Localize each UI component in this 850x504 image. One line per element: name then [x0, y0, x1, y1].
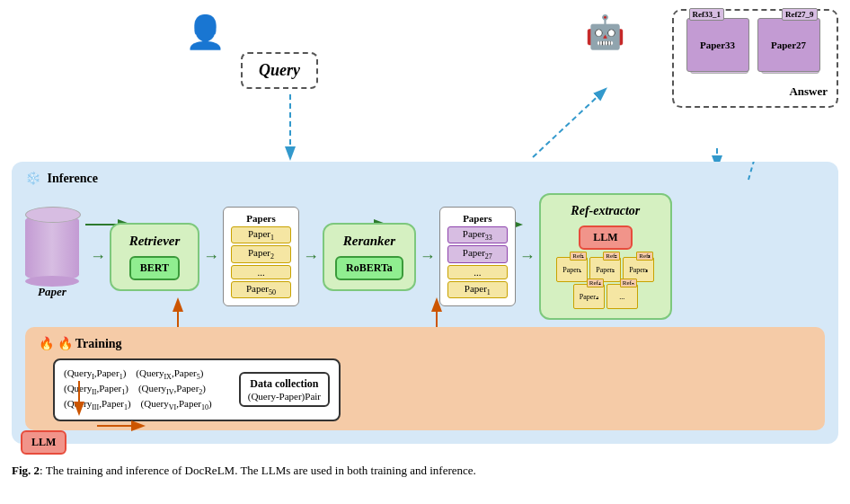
pair-row-3: (QueryIII,Paper1) (QueryVI,Paper10)	[64, 398, 221, 411]
answer-area: Ref33_1 Paper33 Ref27_9 Paper27 Answer	[672, 9, 838, 108]
ref33-tab: Ref33_1	[689, 8, 725, 21]
ref-tab-1: Ref₁	[570, 252, 587, 261]
inference-text: Inference	[48, 172, 99, 185]
bert-badge: BERT	[129, 256, 180, 280]
pair-row-1: (QueryI,Paper1) (QueryIX,Paper5)	[64, 367, 221, 381]
training-row: (QueryI,Paper1) (QueryIX,Paper5) (QueryI…	[39, 358, 811, 421]
paper-item-2: Paper2	[231, 245, 291, 262]
papers-list-title: Papers	[231, 213, 291, 224]
svg-line-1	[533, 90, 605, 157]
training-data-box: (QueryI,Paper1) (QueryIX,Paper5) (QueryI…	[53, 358, 341, 421]
paper-item-50: Paper50	[231, 281, 291, 298]
caption-text: : The training and inference of DocReLM.…	[40, 464, 476, 477]
pair-row-2: (QueryII,Paper1) (QueryIV,Paper2)	[64, 383, 221, 396]
caption: Fig. 2: The training and inference of Do…	[12, 464, 838, 478]
answer-label: Answer	[683, 84, 828, 99]
retriever-box: Retriever BERT	[110, 223, 199, 291]
cylinder-shape	[25, 214, 79, 281]
llm-left-box: LLM	[21, 430, 66, 455]
reranker-title: Reranker	[343, 234, 395, 249]
data-collection-box: Data collection (Query-Paper)Pair	[239, 372, 330, 407]
fire-icon: 🔥	[39, 337, 54, 350]
diagram-wrapper: 👤 Query 🤖 Ref33_1 Paper33	[12, 9, 838, 478]
papers-list-box: Papers Paper1 Paper2 ... Paper50	[223, 207, 299, 306]
llm-left-container: LLM	[21, 430, 66, 455]
answer-papers: Ref33_1 Paper33 Ref27_9 Paper27	[683, 18, 828, 81]
data-collection-title: Data collection	[248, 377, 321, 391]
ref-tab-3: Ref₃	[636, 252, 653, 261]
answer-paper-27: Ref27_9 Paper27	[757, 18, 820, 72]
robot-icon: 🤖	[578, 13, 632, 51]
arrow-reranker-ranked: →	[420, 247, 436, 266]
ref-extractor-box: Ref-extractor LLM Ref₁ Paper₁ Ref₂ Paper…	[539, 193, 672, 320]
arrow-papers-reranker: →	[303, 247, 319, 266]
answer-paper-33: Ref33_1 Paper33	[686, 18, 749, 72]
ranked-paper-1: Paper1	[447, 281, 508, 298]
user-figure: 👤	[178, 13, 232, 51]
retriever-title: Retriever	[129, 234, 181, 249]
roberta-badge: RoBERTa	[335, 256, 403, 280]
training-box: 🔥 🔥 Training (QueryI,Paper1) (QueryIX,Pa…	[25, 327, 825, 430]
ranked-papers-box: Papers Paper33 Paper27 ... Paper1	[439, 207, 516, 306]
ref-papers-stack: Ref₁ Paper₁ Ref₂ Paper₂ Ref₃ Paper₃ Ref₄…	[552, 257, 660, 309]
training-pairs: (QueryI,Paper1) (QueryIX,Paper5) (QueryI…	[64, 366, 221, 414]
arrow-ranked-refext: →	[519, 247, 536, 266]
training-text: 🔥 Training	[58, 337, 122, 350]
ref-tab-2: Ref₂	[603, 252, 620, 261]
robot-figure: 🤖	[578, 13, 632, 51]
data-collection-sub: (Query-Paper)Pair	[248, 391, 321, 402]
inference-box: ❄️ Inference Paper → Retriever BERT → Pa…	[12, 162, 838, 444]
ranked-paper-33: Paper33	[447, 226, 508, 243]
paper-cylinder-label: Paper	[38, 285, 66, 299]
top-area: 👤 Query 🤖 Ref33_1 Paper33	[12, 9, 838, 162]
snowflake-icon: ❄️	[25, 172, 40, 185]
ranked-papers-title: Papers	[447, 213, 508, 224]
ref27-tab: Ref27_9	[782, 8, 818, 21]
arrow-retriever-papers: →	[203, 247, 219, 266]
ranked-paper-27: Paper27	[447, 245, 508, 262]
ref-tab-4: Ref₄	[587, 279, 604, 287]
ref-paper-1: Ref₁ Paper₁	[556, 257, 588, 282]
ranked-paper-dots: ...	[447, 265, 508, 279]
user-icon: 👤	[178, 13, 232, 51]
training-label: 🔥 🔥 Training	[39, 336, 811, 351]
query-label: Query	[259, 61, 300, 79]
ref-paper-4: Ref₄ Paper₄	[573, 284, 605, 309]
paper-item-dots: ...	[231, 265, 291, 279]
ref-paper-dots: Refₙ ...	[607, 284, 638, 309]
llm-badge: LLM	[579, 225, 632, 250]
ref-tab-n: Refₙ	[620, 279, 637, 287]
paper-cylinder: Paper	[25, 214, 79, 299]
reranker-box: Reranker RoBERTa	[323, 223, 416, 291]
inference-label: ❄️ Inference	[25, 171, 825, 186]
ref-extractor-title: Ref-extractor	[571, 204, 640, 218]
arrow-paper-retriever: →	[90, 247, 106, 266]
query-box: Query	[241, 52, 318, 89]
paper-item-1: Paper1	[231, 226, 291, 243]
caption-bold: Fig. 2	[12, 464, 40, 477]
main-content-row: Paper → Retriever BERT → Papers Paper1 P…	[25, 193, 825, 320]
